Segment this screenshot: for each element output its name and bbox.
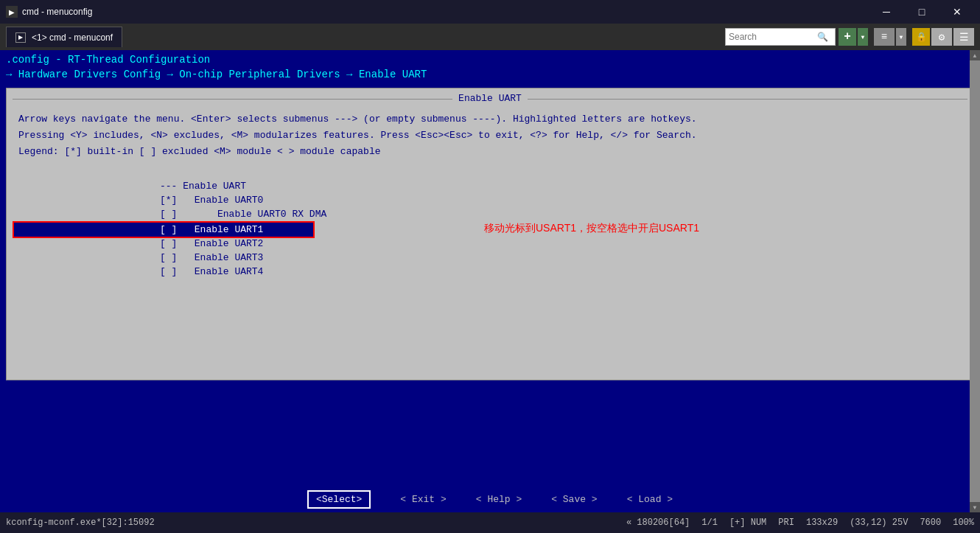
- menu-header-text: --- Enable UART: [160, 181, 246, 192]
- uart1-label: Enable UART1: [177, 224, 263, 235]
- tab-bar: ▶ <1> cmd - menuconf 🔍 + ▼ ≡ ▼ 🔒 ⚙ ☰: [0, 24, 980, 50]
- tab-label: <1> cmd - menuconf: [32, 32, 113, 43]
- search-input[interactable]: [729, 32, 817, 42]
- scroll-thumb[interactable]: [970, 60, 980, 502]
- status-bar-right: « 180206[64] 1/1 [+] NUM PRI 133x29 (33,…: [626, 518, 974, 528]
- app-icon-symbol: ▶: [9, 8, 15, 16]
- add-button[interactable]: +: [839, 28, 856, 46]
- arrow1: →: [6, 69, 18, 80]
- help-line2: Pressing <Y> includes, <N> excludes, <M>…: [18, 128, 962, 144]
- search-icon[interactable]: 🔍: [817, 32, 828, 43]
- view-dropdown-icon[interactable]: ▼: [896, 28, 906, 46]
- help-line3: Legend: [*] built-in [ ] excluded <M> mo…: [18, 144, 962, 160]
- title-text: cmd - menuconfig: [22, 7, 92, 17]
- tab-item[interactable]: ▶ <1> cmd - menuconf: [6, 27, 122, 47]
- scroll-down-button[interactable]: ▼: [970, 502, 980, 512]
- close-button[interactable]: ✕: [940, 0, 974, 24]
- menu-area: --- Enable UART [*] Enable UART0 [ ] Ena…: [13, 167, 967, 374]
- toolbar-icons: + ▼ ≡ ▼ 🔒 ⚙ ☰: [839, 28, 974, 46]
- content-box: Enable UART Arrow keys navigate the menu…: [6, 88, 974, 380]
- status-left: kconfig-mconf.exe*[32]:15092: [6, 518, 155, 528]
- uart0-label: Enable UART0: [177, 195, 263, 206]
- list-item[interactable]: [ ] Enable UART2: [13, 237, 967, 251]
- load-button[interactable]: < Load >: [627, 494, 673, 505]
- help-section: Arrow keys navigate the menu. <Enter> se…: [13, 107, 967, 164]
- list-item[interactable]: [ ] Enable UART0 RX DMA: [13, 207, 967, 221]
- app-icon: ▶: [6, 6, 18, 18]
- uart4-label: Enable UART4: [177, 266, 263, 277]
- title-bar: ▶ cmd - menuconfig ─ □ ✕: [0, 0, 980, 24]
- terminal-window: .config - RT-Thread Configuration → Hard…: [0, 50, 980, 533]
- status-info4: PRI: [778, 518, 794, 528]
- view-button[interactable]: ≡: [874, 28, 895, 46]
- arrow3: →: [340, 69, 359, 80]
- tool-icon-2[interactable]: ☰: [953, 28, 974, 46]
- breadcrumb-line1: .config - RT-Thread Configuration: [6, 53, 974, 68]
- title-bar-controls: ─ □ ✕: [869, 0, 974, 24]
- uart4-bracket: [ ]: [160, 266, 177, 277]
- uart0-bracket: [*]: [160, 195, 177, 206]
- breadcrumb-bar: .config - RT-Thread Configuration → Hard…: [0, 50, 980, 85]
- breadcrumb-part3: Enable UART: [359, 69, 427, 80]
- maximize-button[interactable]: □: [905, 0, 939, 24]
- breadcrumb-part2: On-chip Peripheral Drivers: [179, 69, 340, 80]
- status-info8: 100%: [953, 518, 974, 528]
- uart1-bracket: [ ]: [160, 224, 177, 235]
- window-title: Enable UART: [452, 93, 528, 104]
- window-title-container: Enable UART: [13, 93, 967, 104]
- config-path: .config - RT-Thread Configuration: [6, 54, 210, 66]
- status-info7: 7600: [920, 518, 941, 528]
- annotation-container: 移动光标到USART1，按空格选中开启USART1: [13, 222, 967, 235]
- menu-header: --- Enable UART: [13, 179, 967, 193]
- scrollbar[interactable]: ▲ ▼: [970, 50, 980, 512]
- annotation-text: 移动光标到USART1，按空格选中开启USART1: [484, 222, 699, 235]
- blue-area: .config - RT-Thread Configuration → Hard…: [0, 50, 980, 533]
- arrow2: →: [161, 69, 179, 80]
- search-box[interactable]: 🔍: [725, 28, 836, 46]
- minimize-button[interactable]: ─: [869, 0, 903, 24]
- tab-icon: ▶: [15, 32, 26, 43]
- title-bar-left: ▶ cmd - menuconfig: [6, 6, 92, 18]
- uart0rx-bracket: [ ]: [160, 209, 177, 220]
- help-line1: Arrow keys navigate the menu. <Enter> se…: [18, 111, 962, 128]
- list-item[interactable]: [ ] Enable UART3: [13, 251, 967, 265]
- dropdown-arrow-icon[interactable]: ▼: [858, 28, 868, 46]
- status-bar: kconfig-mconf.exe*[32]:15092 « 180206[64…: [0, 512, 980, 533]
- uart3-bracket: [ ]: [160, 252, 177, 263]
- select-button[interactable]: <Select>: [307, 490, 371, 509]
- save-button[interactable]: < Save >: [551, 494, 597, 505]
- lock-icon[interactable]: 🔒: [912, 28, 930, 46]
- uart0rx-label: Enable UART0 RX DMA: [177, 209, 326, 220]
- uart2-bracket: [ ]: [160, 238, 177, 249]
- exit-button[interactable]: < Exit >: [400, 494, 446, 505]
- status-info3: [+] NUM: [729, 518, 766, 528]
- breadcrumb-line2: → Hardware Drivers Config → On-chip Peri…: [6, 68, 974, 83]
- status-info1: « 180206[64]: [626, 518, 690, 528]
- status-info2: 1/1: [701, 518, 718, 528]
- uart2-label: Enable UART2: [177, 238, 263, 249]
- breadcrumb-part1: Hardware Drivers Config: [18, 69, 161, 80]
- scroll-up-button[interactable]: ▲: [970, 50, 980, 60]
- list-item[interactable]: [*] Enable UART0: [13, 193, 967, 207]
- status-info6: (33,12) 25V: [850, 518, 908, 528]
- help-button[interactable]: < Help >: [476, 494, 522, 505]
- list-item[interactable]: [ ] Enable UART4: [13, 265, 967, 279]
- bottom-bar: <Select> < Exit > < Help > < Save > < Lo…: [0, 486, 980, 512]
- tab-bar-right: 🔍 + ▼ ≡ ▼ 🔒 ⚙ ☰: [725, 28, 974, 46]
- tool-icon-1[interactable]: ⚙: [931, 28, 952, 46]
- uart3-label: Enable UART3: [177, 252, 263, 263]
- status-info5: 133x29: [806, 518, 838, 528]
